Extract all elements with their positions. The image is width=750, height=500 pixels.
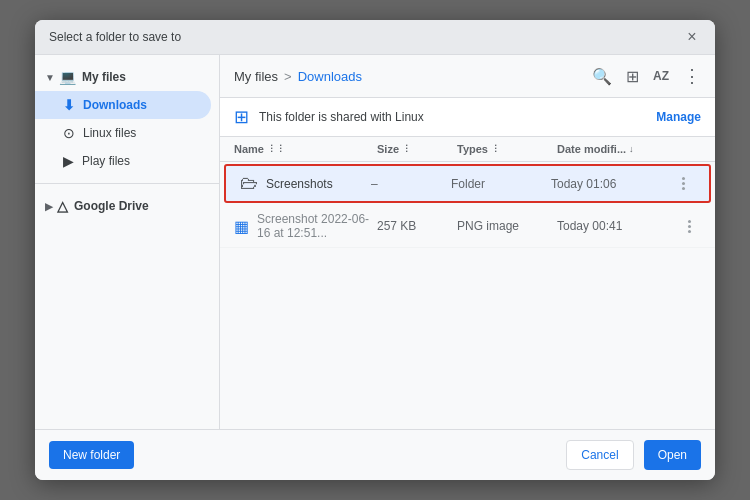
drag-handle bbox=[671, 177, 695, 190]
sidebar: ▼ 💻 My files ⬇ Downloads ⊙ Linux files ▶… bbox=[35, 55, 220, 429]
grid-view-icon[interactable]: ⊞ bbox=[626, 67, 639, 86]
google-drive-label: Google Drive bbox=[74, 199, 149, 213]
cancel-button[interactable]: Cancel bbox=[566, 440, 633, 470]
downloads-label: Downloads bbox=[83, 98, 147, 112]
screenshots-date: Today 01:06 bbox=[551, 177, 671, 191]
folder-icon: 🗁 bbox=[240, 173, 258, 194]
right-panel: My files > Downloads 🔍 ⊞ AZ ⋮ ⊞ This fol… bbox=[220, 55, 715, 429]
search-icon[interactable]: 🔍 bbox=[592, 67, 612, 86]
col-header-size: Size ⋮ bbox=[377, 143, 457, 155]
breadcrumb-separator: > bbox=[284, 69, 292, 84]
screenshot-filename: Screenshot 2022-06-16 at 12:51... bbox=[257, 212, 377, 240]
file-list-header: Name ⋮⋮ Size ⋮ Types ⋮ Date modifi... ↓ bbox=[220, 137, 715, 162]
bottom-right-buttons: Cancel Open bbox=[566, 440, 701, 470]
breadcrumb-current: Downloads bbox=[298, 69, 362, 84]
panel-header: My files > Downloads 🔍 ⊞ AZ ⋮ bbox=[220, 55, 715, 98]
sidebar-item-downloads[interactable]: ⬇ Downloads bbox=[35, 91, 211, 119]
date-sort-icon: ↓ bbox=[629, 144, 634, 154]
more-options-icon[interactable]: ⋮ bbox=[683, 65, 701, 87]
dialog-title: Select a folder to save to bbox=[49, 30, 181, 44]
computer-icon: 💻 bbox=[59, 69, 76, 85]
shared-linux-banner: ⊞ This folder is shared with Linux Manag… bbox=[220, 98, 715, 137]
linux-files-label: Linux files bbox=[83, 126, 136, 140]
sidebar-google-drive-section: ▶ △ Google Drive bbox=[35, 183, 219, 220]
screenshot-date: Today 00:41 bbox=[557, 219, 677, 233]
open-button[interactable]: Open bbox=[644, 440, 701, 470]
expand-icon: ▼ bbox=[45, 72, 55, 83]
expand-icon-drive: ▶ bbox=[45, 201, 53, 212]
file-row-screenshots[interactable]: 🗁 Screenshots – Folder Today 01:06 bbox=[224, 164, 711, 203]
screenshot-name-cell: ▦ Screenshot 2022-06-16 at 12:51... bbox=[234, 212, 377, 240]
title-bar: Select a folder to save to × bbox=[35, 20, 715, 55]
sidebar-item-play-files[interactable]: ▶ Play files bbox=[35, 147, 211, 175]
col-header-name: Name ⋮⋮ bbox=[234, 143, 377, 155]
screenshot-type: PNG image bbox=[457, 219, 557, 233]
close-button[interactable]: × bbox=[683, 28, 701, 46]
sidebar-section-my-files[interactable]: ▼ 💻 My files bbox=[35, 63, 219, 91]
linux-icon: ⊙ bbox=[63, 125, 75, 141]
sidebar-item-linux-files[interactable]: ⊙ Linux files bbox=[35, 119, 211, 147]
shared-icon: ⊞ bbox=[234, 106, 249, 128]
header-actions: 🔍 ⊞ AZ ⋮ bbox=[592, 65, 701, 87]
screenshots-type: Folder bbox=[451, 177, 551, 191]
shared-banner-text: This folder is shared with Linux bbox=[259, 110, 656, 124]
main-content: ▼ 💻 My files ⬇ Downloads ⊙ Linux files ▶… bbox=[35, 55, 715, 429]
types-sort-icon: ⋮ bbox=[491, 144, 500, 154]
file-picker-dialog: Select a folder to save to × ▼ 💻 My file… bbox=[35, 20, 715, 480]
size-sort-icon: ⋮ bbox=[402, 144, 411, 154]
col-sort-icon: ⋮⋮ bbox=[267, 144, 285, 154]
drive-icon: △ bbox=[57, 198, 68, 214]
image-icon: ▦ bbox=[234, 217, 249, 236]
col-header-types: Types ⋮ bbox=[457, 143, 557, 155]
screenshots-name-cell: 🗁 Screenshots bbox=[240, 173, 371, 194]
play-files-label: Play files bbox=[82, 154, 130, 168]
col-header-extra bbox=[677, 143, 701, 155]
breadcrumb-root[interactable]: My files bbox=[234, 69, 278, 84]
my-files-label: My files bbox=[82, 70, 126, 84]
file-list: Name ⋮⋮ Size ⋮ Types ⋮ Date modifi... ↓ bbox=[220, 137, 715, 429]
sidebar-section-google-drive[interactable]: ▶ △ Google Drive bbox=[35, 192, 219, 220]
col-header-date: Date modifi... ↓ bbox=[557, 143, 677, 155]
breadcrumb: My files > Downloads bbox=[234, 69, 362, 84]
sort-az-icon[interactable]: AZ bbox=[653, 69, 669, 83]
bottom-bar: New folder Cancel Open bbox=[35, 429, 715, 480]
download-icon: ⬇ bbox=[63, 97, 75, 113]
manage-button[interactable]: Manage bbox=[656, 110, 701, 124]
play-icon: ▶ bbox=[63, 153, 74, 169]
screenshots-size: – bbox=[371, 177, 451, 191]
drag-handle-2 bbox=[677, 220, 701, 233]
screenshot-size: 257 KB bbox=[377, 219, 457, 233]
screenshots-name: Screenshots bbox=[266, 177, 333, 191]
new-folder-button[interactable]: New folder bbox=[49, 441, 134, 469]
file-row-screenshot-png[interactable]: ▦ Screenshot 2022-06-16 at 12:51... 257 … bbox=[220, 205, 715, 248]
